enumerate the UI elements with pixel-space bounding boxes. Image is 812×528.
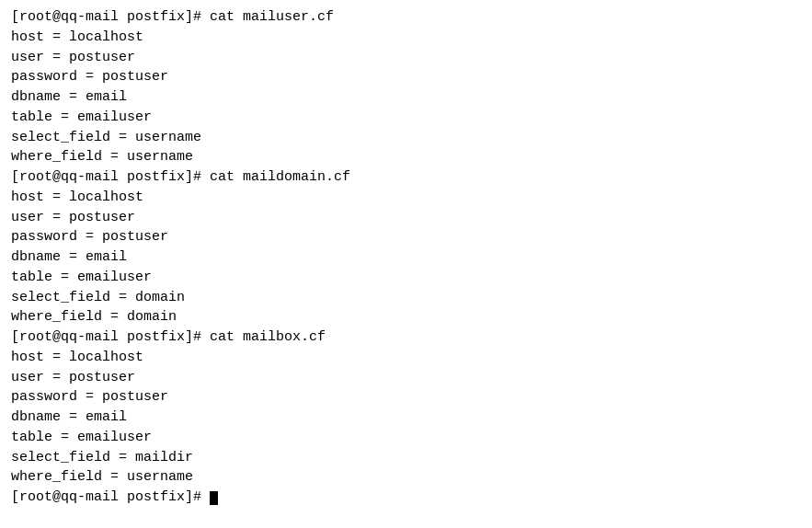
terminal-line: dbname = email xyxy=(11,247,801,268)
terminal-line: host = localhost xyxy=(11,28,801,48)
terminal-line: table = emailuser xyxy=(11,268,801,288)
terminal-line: dbname = email xyxy=(11,87,801,108)
terminal-line: host = localhost xyxy=(11,348,801,368)
terminal-line: table = emailuser xyxy=(11,428,801,448)
cursor xyxy=(210,491,218,505)
terminal-line: password = postuser xyxy=(11,67,801,87)
terminal-line: select_field = maildir xyxy=(11,448,801,468)
terminal-line: where_field = username xyxy=(11,467,801,488)
terminal-line: host = localhost xyxy=(11,188,801,208)
terminal-line: password = postuser xyxy=(11,227,801,247)
terminal-line: [root@qq-mail postfix]# xyxy=(11,488,801,508)
terminal-line: user = postuser xyxy=(11,208,801,228)
terminal-line: [root@qq-mail postfix]# cat mailbox.cf xyxy=(11,327,801,348)
terminal-line: select_field = domain xyxy=(11,288,801,308)
terminal-line: where_field = username xyxy=(11,147,801,167)
terminal-line: dbname = email xyxy=(11,407,801,428)
terminal-line: [root@qq-mail postfix]# cat maildomain.c… xyxy=(11,167,801,188)
terminal-line: where_field = domain xyxy=(11,307,801,327)
terminal-line: password = postuser xyxy=(11,387,801,407)
terminal-line: [root@qq-mail postfix]# cat mailuser.cf xyxy=(11,7,801,28)
terminal-line: table = emailuser xyxy=(11,108,801,128)
terminal-line: user = postuser xyxy=(11,48,801,68)
terminal-line: select_field = username xyxy=(11,128,801,148)
terminal-window: [root@qq-mail postfix]# cat mailuser.cfh… xyxy=(0,0,812,528)
terminal-line: user = postuser xyxy=(11,368,801,388)
